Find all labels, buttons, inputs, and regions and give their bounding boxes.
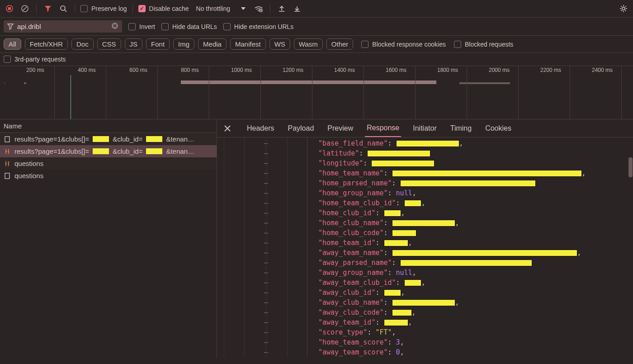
request-row[interactable]: questions — [0, 157, 217, 170]
type-pill-media[interactable]: Media — [198, 38, 227, 50]
json-line: "latitude": — [318, 148, 586, 158]
disable-cache-checkbox[interactable]: Disable cache — [138, 5, 189, 12]
tab-headers[interactable]: Headers — [245, 120, 276, 137]
request-row[interactable]: results?page=1&clubs[]=&club_id=&tenan… — [0, 133, 217, 145]
resource-type-filter: AllFetch/XHRDocCSSJSFontImgMediaManifest… — [0, 36, 633, 53]
json-line: "away_team_id": , — [318, 317, 586, 327]
request-row[interactable]: results?page=1&clubs[]=&club_id=&tenan… — [0, 145, 217, 157]
json-line: "home_team_id": , — [318, 238, 586, 248]
type-pill-ws[interactable]: WS — [269, 38, 290, 50]
type-pill-css[interactable]: CSS — [97, 38, 121, 50]
record-button[interactable] — [4, 3, 15, 14]
json-line: "home_group_name": null, — [318, 188, 586, 198]
timeline-tick: 200 ms — [26, 67, 44, 73]
throttling-select[interactable]: No throttling — [193, 4, 234, 14]
json-line: "base_field_name": , — [318, 138, 586, 148]
disable-cache-label: Disable cache — [149, 5, 189, 12]
timeline-tick: 2200 ms — [540, 67, 561, 73]
search-icon[interactable] — [57, 3, 69, 14]
json-line: "away_club_name": , — [318, 298, 586, 307]
waterfall-overview[interactable]: 200 ms400 ms600 ms800 ms1000 ms1200 ms14… — [0, 66, 633, 119]
request-list: Name results?page=1&clubs[]=&club_id=&te… — [0, 119, 217, 357]
timeline-tick: 1200 ms — [283, 67, 303, 73]
network-conditions-icon[interactable] — [253, 3, 265, 14]
network-toolbar: Preserve log Disable cache No throttling — [0, 0, 633, 18]
tab-timing[interactable]: Timing — [449, 120, 473, 137]
type-pill-wasm[interactable]: Wasm — [294, 38, 323, 50]
third-party-row: 3rd-party requests — [0, 53, 633, 66]
throttling-dropdown-icon[interactable] — [237, 3, 249, 14]
tab-cookies[interactable]: Cookies — [483, 120, 513, 137]
json-line: "away_club_code": , — [318, 307, 586, 317]
timeline-tick: 2000 ms — [489, 67, 510, 73]
timeline-tick: 1800 ms — [437, 67, 458, 73]
invert-checkbox[interactable]: Invert — [128, 23, 155, 30]
clear-filter-icon[interactable] — [111, 22, 118, 31]
scrollbar-thumb[interactable] — [628, 157, 633, 177]
filter-input[interactable] — [17, 23, 108, 30]
timeline-tick: 1600 ms — [386, 67, 406, 73]
upload-har-icon[interactable] — [276, 3, 288, 14]
json-line: "away_group_name": null, — [318, 268, 586, 278]
timeline-tick: 800 ms — [181, 67, 198, 73]
json-line: "home_club_name": , — [318, 218, 586, 228]
settings-icon[interactable] — [618, 3, 629, 14]
blocked-requests-checkbox[interactable]: Blocked requests — [454, 41, 513, 48]
network-panels: Name results?page=1&clubs[]=&club_id=&te… — [0, 119, 633, 357]
json-line: "home_team_name": , — [318, 168, 586, 178]
third-party-checkbox[interactable]: 3rd-party requests — [4, 56, 66, 63]
name-column-header[interactable]: Name — [0, 119, 217, 133]
json-line: "away_team_name": , — [318, 248, 586, 258]
json-line: "away_parsed_name": — [318, 258, 586, 268]
timeline-tick: 1000 ms — [231, 67, 252, 73]
tab-response[interactable]: Response — [365, 120, 401, 137]
line-gutter: ––––––––––––––––––––––– — [217, 137, 307, 357]
svg-point-4 — [61, 6, 65, 10]
json-line: "score_type": "FT", — [318, 327, 586, 337]
svg-line-3 — [23, 7, 27, 10]
filter-input-wrap — [4, 20, 122, 33]
clear-button[interactable] — [19, 3, 31, 14]
filter-bar: Invert Hide data URLs Hide extension URL… — [0, 18, 633, 36]
svg-line-5 — [65, 10, 66, 12]
tab-preview[interactable]: Preview — [326, 120, 355, 137]
preserve-log-label: Preserve log — [91, 5, 127, 12]
svg-rect-10 — [5, 173, 9, 179]
tab-payload[interactable]: Payload — [286, 120, 316, 137]
type-pill-manifest[interactable]: Manifest — [230, 38, 266, 50]
json-line: "away_club_id": , — [318, 288, 586, 298]
json-line: "home_club_code": — [318, 228, 586, 238]
type-pill-font[interactable]: Font — [146, 38, 170, 50]
blocked-cookies-checkbox[interactable]: Blocked response cookies — [361, 41, 446, 48]
svg-point-7 — [622, 7, 625, 10]
json-line: "longitude": — [318, 158, 586, 168]
json-line: "home_club_id": , — [318, 208, 586, 218]
response-content[interactable]: ––––––––––––––––––––––– "base_field_name… — [217, 137, 633, 357]
detail-tabs: HeadersPayloadPreviewResponseInitiatorTi… — [217, 119, 633, 137]
filter-icon[interactable] — [42, 3, 54, 14]
hide-data-urls-checkbox[interactable]: Hide data URLs — [161, 23, 217, 30]
type-pill-img[interactable]: Img — [173, 38, 194, 50]
request-row[interactable]: questions — [0, 170, 217, 182]
svg-rect-9 — [5, 137, 9, 142]
close-detail-icon[interactable] — [222, 123, 233, 134]
type-pill-other[interactable]: Other — [326, 38, 354, 50]
timeline-tick: 600 ms — [129, 67, 147, 73]
type-pill-doc[interactable]: Doc — [71, 38, 94, 50]
json-line: "away_team_club_id": , — [318, 278, 586, 288]
json-line: "home_team_score": 3, — [318, 337, 586, 347]
json-line: "away_team_score": 0, — [318, 347, 586, 357]
filter-glyph-icon — [7, 24, 14, 30]
tab-initiator[interactable]: Initiator — [411, 120, 438, 137]
hide-extension-urls-checkbox[interactable]: Hide extension URLs — [223, 23, 294, 30]
type-pill-js[interactable]: JS — [125, 38, 143, 50]
type-pill-all[interactable]: All — [4, 38, 21, 50]
download-har-icon[interactable] — [291, 3, 303, 14]
type-pill-fetch-xhr[interactable]: Fetch/XHR — [25, 38, 68, 50]
timeline-tick: 400 ms — [78, 67, 95, 73]
preserve-log-checkbox[interactable]: Preserve log — [80, 5, 127, 12]
timeline-tick: 2400 ms — [592, 67, 613, 73]
detail-panel: HeadersPayloadPreviewResponseInitiatorTi… — [217, 119, 633, 357]
timeline-tick: 1400 ms — [334, 67, 355, 73]
svg-rect-1 — [8, 7, 11, 10]
